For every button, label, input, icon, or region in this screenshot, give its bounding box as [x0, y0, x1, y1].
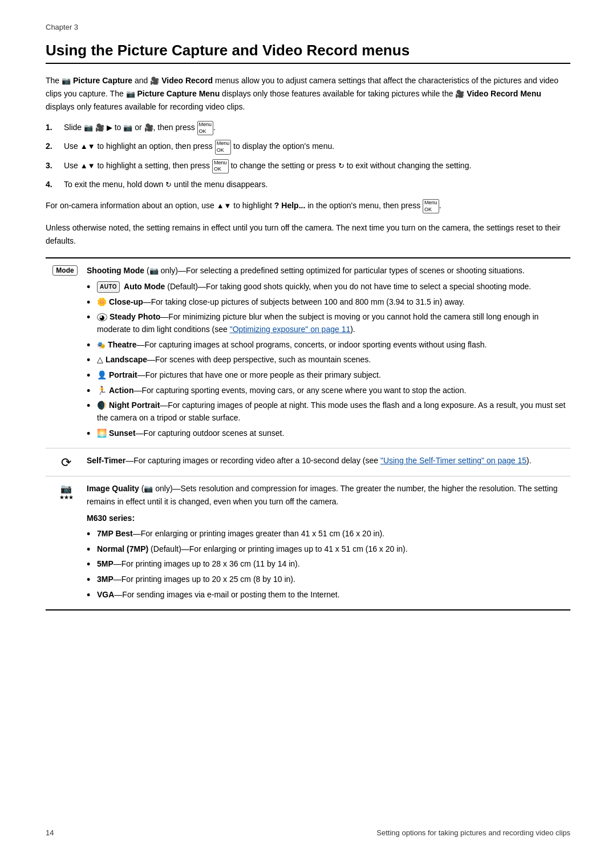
action-icon: 🏃	[97, 386, 107, 395]
auto-badge: AUTO	[97, 281, 120, 293]
pic-capture-menu-desc: displays only those features available f…	[222, 89, 453, 98]
feature-row-shooting-mode: Mode Shooting Mode (📷 only)—For selectin…	[46, 258, 570, 448]
bullet-7mp-best: • 7MP Best—For enlarging or printing ima…	[87, 528, 570, 540]
help-note: For on-camera information about an optio…	[46, 199, 570, 213]
shooting-mode-icon-col: Mode	[46, 264, 87, 276]
self-timer-link[interactable]: "Using the Self-Timer setting" on page 1…	[380, 456, 526, 465]
bullet-action: • 🏃 Action—For capturing sporting events…	[87, 385, 570, 397]
image-quality-content: Image Quality (📷 only)—Sets resolution a…	[87, 482, 570, 604]
page-title: Using the Picture Capture and Video Reco…	[46, 42, 570, 64]
settings-note: Unless otherwise noted, the setting rema…	[46, 221, 570, 247]
night-icon: 🌒	[97, 401, 107, 410]
video-icon2: 🎥	[455, 90, 464, 98]
chapter-label: Chapter 3	[46, 23, 570, 31]
bullet-5mp: • 5MP—For printing images up to 28 x 36 …	[87, 558, 570, 571]
landscape-icon: △	[97, 355, 103, 364]
steps-list: 1. Slide 📷 🎥 ▶ to 📷 or 🎥, then press Men…	[46, 121, 570, 191]
bullet-steady-photo: • ◕ Steady Photo—For minimizing picture …	[87, 311, 570, 335]
step-2: 2. Use ▲▼ to highlight an option, then p…	[46, 140, 570, 154]
mode-badge: Mode	[52, 265, 77, 276]
step-1: 1. Slide 📷 🎥 ▶ to 📷 or 🎥, then press Men…	[46, 121, 570, 135]
bullet-vga: • VGA—For sending images via e-mail or p…	[87, 589, 570, 601]
video-icon: 🎥	[150, 76, 159, 85]
bullet-theatre: • 🎭 Theatre—For capturing images at scho…	[87, 339, 570, 351]
bullet-portrait: • 👤 Portrait—For pictures that have one …	[87, 369, 570, 382]
video-record-menu-label: Video Record Menu	[467, 89, 541, 98]
shooting-mode-content: Shooting Mode (📷 only)—For selecting a p…	[87, 264, 570, 442]
shooting-mode-bullets: • AUTO Auto Mode (Default)—For taking go…	[87, 281, 570, 440]
video-record-menu-desc: displays only features available for rec…	[46, 102, 245, 111]
bullet-7mp-normal: • Normal (7MP) (Default)—For enlarging o…	[87, 543, 570, 556]
shooting-mode-title: Shooting Mode (📷 only)—For selecting a p…	[87, 264, 570, 277]
pic-capture-menu-label: Picture Capture Menu	[137, 89, 220, 98]
bullet-sunset: • 🌅 Sunset—For capturing outdoor scenes …	[87, 427, 570, 440]
self-timer-text: Self-Timer—For capturing images or recor…	[87, 454, 570, 467]
pic-capture-label: Picture Capture	[73, 76, 132, 85]
m630-heading: M630 series:	[87, 512, 570, 524]
feature-row-self-timer: ⟳ Self-Timer—For capturing images or rec…	[46, 448, 570, 476]
image-quality-text: Image Quality (📷 only)—Sets resolution a…	[87, 482, 570, 508]
image-quality-icon: 📷 ★★★	[59, 483, 73, 500]
camera-icon2: 📷	[126, 90, 135, 98]
bullet-3mp: • 3MP—For printing images up to 20 x 25 …	[87, 573, 570, 586]
step-4: 4. To exit the menu, hold down ↻ until t…	[46, 178, 570, 191]
closeup-icon: 🌼	[97, 297, 107, 306]
page-footer: 14 Setting options for taking pictures a…	[46, 828, 570, 837]
portrait-icon: 👤	[97, 370, 107, 379]
image-quality-icon-col: 📷 ★★★	[46, 482, 87, 500]
bullet-night-portrait: • 🌒 Night Portrait—For capturing images …	[87, 399, 570, 424]
footer-description: Setting options for taking pictures and …	[376, 828, 570, 837]
feature-row-image-quality: 📷 ★★★ Image Quality (📷 only)—Sets resolu…	[46, 476, 570, 609]
self-timer-icon: ⟳	[61, 455, 71, 470]
step-3: 3. Use ▲▼ to highlight a setting, then p…	[46, 159, 570, 173]
bullet-close-up: • 🌼 Close-up—For taking close-up picture…	[87, 296, 570, 309]
optimizing-link[interactable]: "Optimizing exposure" on page 11	[230, 325, 351, 334]
video-record-label: Video Record	[161, 76, 213, 85]
bullet-landscape: • △ Landscape—For scenes with deep persp…	[87, 354, 570, 366]
image-quality-bullets: • 7MP Best—For enlarging or printing ima…	[87, 528, 570, 601]
page-number: 14	[46, 828, 54, 837]
feature-table: Mode Shooting Mode (📷 only)—For selectin…	[46, 257, 570, 611]
bullet-auto-mode: • AUTO Auto Mode (Default)—For taking go…	[87, 281, 570, 293]
steady-icon: ◕	[97, 313, 107, 321]
self-timer-icon-col: ⟳	[46, 454, 87, 470]
camera-icon: 📷	[62, 76, 71, 85]
self-timer-content: Self-Timer—For capturing images or recor…	[87, 454, 570, 469]
intro-paragraph: The 📷 Picture Capture and 🎥 Video Record…	[46, 74, 570, 113]
sunset-icon: 🌅	[97, 428, 107, 438]
theatre-icon: 🎭	[97, 341, 106, 349]
